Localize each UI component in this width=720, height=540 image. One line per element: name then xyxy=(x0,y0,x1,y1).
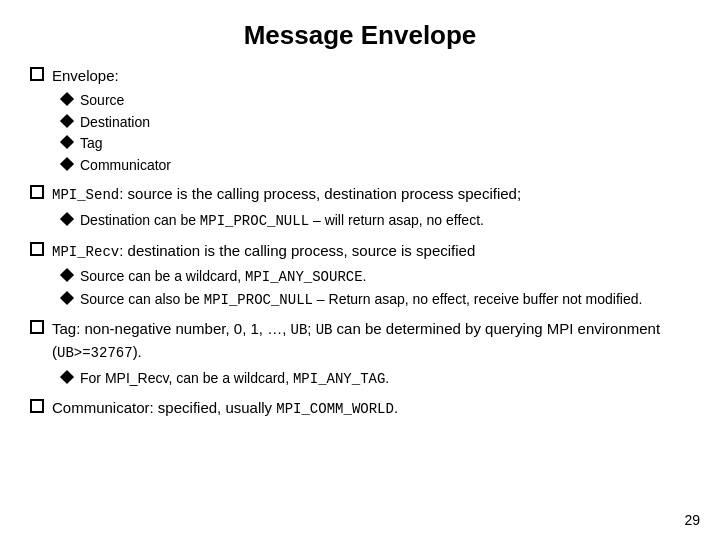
list-item: Destination xyxy=(62,113,690,133)
diamond-icon xyxy=(60,157,74,171)
list-item: For MPI_Recv, can be a wildcard, MPI_ANY… xyxy=(62,369,690,390)
mpi-send-sub-list: Destination can be MPI_PROC_NULL – will … xyxy=(62,211,690,232)
bullet-icon xyxy=(30,320,44,334)
list-item: Source xyxy=(62,91,690,111)
section-mpi-recv: MPI_Recv: destination is the calling pro… xyxy=(30,240,690,311)
bullet-icon xyxy=(30,399,44,413)
tag-sub-list: For MPI_Recv, can be a wildcard, MPI_ANY… xyxy=(62,369,690,390)
list-item: Source can also be MPI_PROC_NULL – Retur… xyxy=(62,290,690,311)
diamond-icon xyxy=(60,135,74,149)
bullet-icon xyxy=(30,242,44,256)
section-mpi-send: MPI_Send: source is the calling process,… xyxy=(30,183,690,231)
content: Envelope: Source Destination Tag Communi… xyxy=(30,65,690,420)
section-tag-label: Tag: non-negative number, 0, 1, …, UB; U… xyxy=(52,318,690,363)
diamond-icon xyxy=(60,114,74,128)
list-item: Tag xyxy=(62,134,690,154)
diamond-icon xyxy=(60,268,74,282)
section-communicator-label: Communicator: specified, usually MPI_COM… xyxy=(52,397,690,420)
section-envelope: Envelope: Source Destination Tag Communi… xyxy=(30,65,690,175)
diamond-icon xyxy=(60,291,74,305)
page-number: 29 xyxy=(684,512,700,528)
section-communicator: Communicator: specified, usually MPI_COM… xyxy=(30,397,690,420)
section-mpi-recv-label: MPI_Recv: destination is the calling pro… xyxy=(52,240,690,263)
envelope-sub-list: Source Destination Tag Communicator xyxy=(62,91,690,175)
diamond-icon xyxy=(60,92,74,106)
section-envelope-label: Envelope: xyxy=(52,65,690,86)
list-item: Communicator xyxy=(62,156,690,176)
section-mpi-send-label: MPI_Send: source is the calling process,… xyxy=(52,183,690,206)
bullet-icon xyxy=(30,67,44,81)
mpi-recv-sub-list: Source can be a wildcard, MPI_ANY_SOURCE… xyxy=(62,267,690,310)
bullet-icon xyxy=(30,185,44,199)
list-item: Destination can be MPI_PROC_NULL – will … xyxy=(62,211,690,232)
page-title: Message Envelope xyxy=(30,20,690,51)
diamond-icon xyxy=(60,212,74,226)
diamond-icon xyxy=(60,369,74,383)
list-item: Source can be a wildcard, MPI_ANY_SOURCE… xyxy=(62,267,690,288)
section-tag: Tag: non-negative number, 0, 1, …, UB; U… xyxy=(30,318,690,389)
